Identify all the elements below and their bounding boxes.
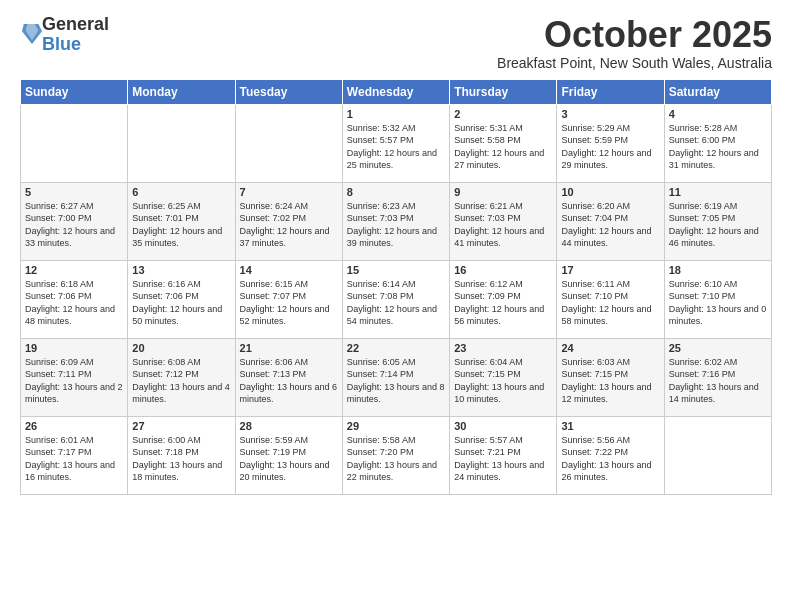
sunrise-text: Sunrise: 6:21 AM xyxy=(454,201,523,211)
sunset-text: Sunset: 7:03 PM xyxy=(454,213,521,223)
day-number: 29 xyxy=(347,420,445,432)
sunrise-text: Sunrise: 6:08 AM xyxy=(132,357,201,367)
day-info: Sunrise: 6:27 AMSunset: 7:00 PMDaylight:… xyxy=(25,200,123,250)
day-number: 12 xyxy=(25,264,123,276)
sunrise-text: Sunrise: 5:31 AM xyxy=(454,123,523,133)
sunset-text: Sunset: 7:10 PM xyxy=(669,291,736,301)
day-info: Sunrise: 6:14 AMSunset: 7:08 PMDaylight:… xyxy=(347,278,445,328)
sunrise-text: Sunrise: 6:06 AM xyxy=(240,357,309,367)
day-info: Sunrise: 6:09 AMSunset: 7:11 PMDaylight:… xyxy=(25,356,123,406)
sunset-text: Sunset: 7:12 PM xyxy=(132,369,199,379)
sunset-text: Sunset: 7:10 PM xyxy=(561,291,628,301)
daylight-text: Daylight: 13 hours and 24 minutes. xyxy=(454,460,544,483)
sunrise-text: Sunrise: 6:11 AM xyxy=(561,279,630,289)
day-number: 6 xyxy=(132,186,230,198)
day-number: 27 xyxy=(132,420,230,432)
daylight-text: Daylight: 12 hours and 50 minutes. xyxy=(132,304,222,327)
sunset-text: Sunset: 7:13 PM xyxy=(240,369,307,379)
sunset-text: Sunset: 7:15 PM xyxy=(454,369,521,379)
calendar-cell: 29Sunrise: 5:58 AMSunset: 7:20 PMDayligh… xyxy=(342,416,449,494)
day-number: 16 xyxy=(454,264,552,276)
day-info: Sunrise: 6:21 AMSunset: 7:03 PMDaylight:… xyxy=(454,200,552,250)
day-info: Sunrise: 6:01 AMSunset: 7:17 PMDaylight:… xyxy=(25,434,123,484)
calendar-cell: 26Sunrise: 6:01 AMSunset: 7:17 PMDayligh… xyxy=(21,416,128,494)
sunset-text: Sunset: 7:08 PM xyxy=(347,291,414,301)
logo-blue: Blue xyxy=(42,34,81,54)
daylight-text: Daylight: 12 hours and 48 minutes. xyxy=(25,304,115,327)
day-info: Sunrise: 6:15 AMSunset: 7:07 PMDaylight:… xyxy=(240,278,338,328)
calendar-cell xyxy=(21,104,128,182)
day-info: Sunrise: 5:32 AMSunset: 5:57 PMDaylight:… xyxy=(347,122,445,172)
sunset-text: Sunset: 7:19 PM xyxy=(240,447,307,457)
daylight-text: Daylight: 12 hours and 58 minutes. xyxy=(561,304,651,327)
sunrise-text: Sunrise: 6:01 AM xyxy=(25,435,94,445)
calendar-cell: 2Sunrise: 5:31 AMSunset: 5:58 PMDaylight… xyxy=(450,104,557,182)
calendar-cell xyxy=(235,104,342,182)
calendar-cell: 31Sunrise: 5:56 AMSunset: 7:22 PMDayligh… xyxy=(557,416,664,494)
day-info: Sunrise: 6:04 AMSunset: 7:15 PMDaylight:… xyxy=(454,356,552,406)
day-header-monday: Monday xyxy=(128,79,235,104)
day-number: 4 xyxy=(669,108,767,120)
sunset-text: Sunset: 7:16 PM xyxy=(669,369,736,379)
day-info: Sunrise: 6:05 AMSunset: 7:14 PMDaylight:… xyxy=(347,356,445,406)
day-info: Sunrise: 5:29 AMSunset: 5:59 PMDaylight:… xyxy=(561,122,659,172)
sunset-text: Sunset: 6:00 PM xyxy=(669,135,736,145)
daylight-text: Daylight: 12 hours and 44 minutes. xyxy=(561,226,651,249)
daylight-text: Daylight: 12 hours and 29 minutes. xyxy=(561,148,651,171)
daylight-text: Daylight: 12 hours and 33 minutes. xyxy=(25,226,115,249)
title-block: October 2025 Breakfast Point, New South … xyxy=(497,15,772,71)
day-info: Sunrise: 5:59 AMSunset: 7:19 PMDaylight:… xyxy=(240,434,338,484)
sunrise-text: Sunrise: 5:59 AM xyxy=(240,435,309,445)
daylight-text: Daylight: 12 hours and 25 minutes. xyxy=(347,148,437,171)
day-header-wednesday: Wednesday xyxy=(342,79,449,104)
sunrise-text: Sunrise: 6:23 AM xyxy=(347,201,416,211)
day-info: Sunrise: 6:18 AMSunset: 7:06 PMDaylight:… xyxy=(25,278,123,328)
calendar-cell: 14Sunrise: 6:15 AMSunset: 7:07 PMDayligh… xyxy=(235,260,342,338)
daylight-text: Daylight: 13 hours and 26 minutes. xyxy=(561,460,651,483)
sunset-text: Sunset: 7:05 PM xyxy=(669,213,736,223)
sunset-text: Sunset: 7:22 PM xyxy=(561,447,628,457)
daylight-text: Daylight: 13 hours and 20 minutes. xyxy=(240,460,330,483)
daylight-text: Daylight: 12 hours and 31 minutes. xyxy=(669,148,759,171)
sunset-text: Sunset: 7:03 PM xyxy=(347,213,414,223)
sunset-text: Sunset: 7:09 PM xyxy=(454,291,521,301)
sunset-text: Sunset: 7:17 PM xyxy=(25,447,92,457)
sunset-text: Sunset: 7:20 PM xyxy=(347,447,414,457)
day-info: Sunrise: 6:06 AMSunset: 7:13 PMDaylight:… xyxy=(240,356,338,406)
location-subtitle: Breakfast Point, New South Wales, Austra… xyxy=(497,55,772,71)
day-info: Sunrise: 6:12 AMSunset: 7:09 PMDaylight:… xyxy=(454,278,552,328)
day-info: Sunrise: 5:56 AMSunset: 7:22 PMDaylight:… xyxy=(561,434,659,484)
sunrise-text: Sunrise: 6:24 AM xyxy=(240,201,309,211)
day-info: Sunrise: 5:58 AMSunset: 7:20 PMDaylight:… xyxy=(347,434,445,484)
calendar-cell: 15Sunrise: 6:14 AMSunset: 7:08 PMDayligh… xyxy=(342,260,449,338)
sunset-text: Sunset: 5:57 PM xyxy=(347,135,414,145)
day-number: 5 xyxy=(25,186,123,198)
day-number: 22 xyxy=(347,342,445,354)
sunrise-text: Sunrise: 5:32 AM xyxy=(347,123,416,133)
sunrise-text: Sunrise: 6:02 AM xyxy=(669,357,738,367)
day-info: Sunrise: 6:16 AMSunset: 7:06 PMDaylight:… xyxy=(132,278,230,328)
day-number: 24 xyxy=(561,342,659,354)
day-number: 8 xyxy=(347,186,445,198)
sunrise-text: Sunrise: 6:20 AM xyxy=(561,201,630,211)
calendar-cell: 3Sunrise: 5:29 AMSunset: 5:59 PMDaylight… xyxy=(557,104,664,182)
sunrise-text: Sunrise: 6:14 AM xyxy=(347,279,416,289)
day-number: 30 xyxy=(454,420,552,432)
sunrise-text: Sunrise: 6:12 AM xyxy=(454,279,523,289)
calendar-cell: 17Sunrise: 6:11 AMSunset: 7:10 PMDayligh… xyxy=(557,260,664,338)
daylight-text: Daylight: 13 hours and 8 minutes. xyxy=(347,382,445,405)
day-info: Sunrise: 5:57 AMSunset: 7:21 PMDaylight:… xyxy=(454,434,552,484)
day-info: Sunrise: 6:11 AMSunset: 7:10 PMDaylight:… xyxy=(561,278,659,328)
daylight-text: Daylight: 12 hours and 54 minutes. xyxy=(347,304,437,327)
daylight-text: Daylight: 13 hours and 18 minutes. xyxy=(132,460,222,483)
sunrise-text: Sunrise: 6:27 AM xyxy=(25,201,94,211)
sunset-text: Sunset: 7:02 PM xyxy=(240,213,307,223)
day-info: Sunrise: 6:00 AMSunset: 7:18 PMDaylight:… xyxy=(132,434,230,484)
sunset-text: Sunset: 5:58 PM xyxy=(454,135,521,145)
day-number: 10 xyxy=(561,186,659,198)
week-row-5: 26Sunrise: 6:01 AMSunset: 7:17 PMDayligh… xyxy=(21,416,772,494)
calendar-cell: 12Sunrise: 6:18 AMSunset: 7:06 PMDayligh… xyxy=(21,260,128,338)
calendar-cell: 28Sunrise: 5:59 AMSunset: 7:19 PMDayligh… xyxy=(235,416,342,494)
logo: General Blue xyxy=(20,15,109,55)
day-info: Sunrise: 6:19 AMSunset: 7:05 PMDaylight:… xyxy=(669,200,767,250)
